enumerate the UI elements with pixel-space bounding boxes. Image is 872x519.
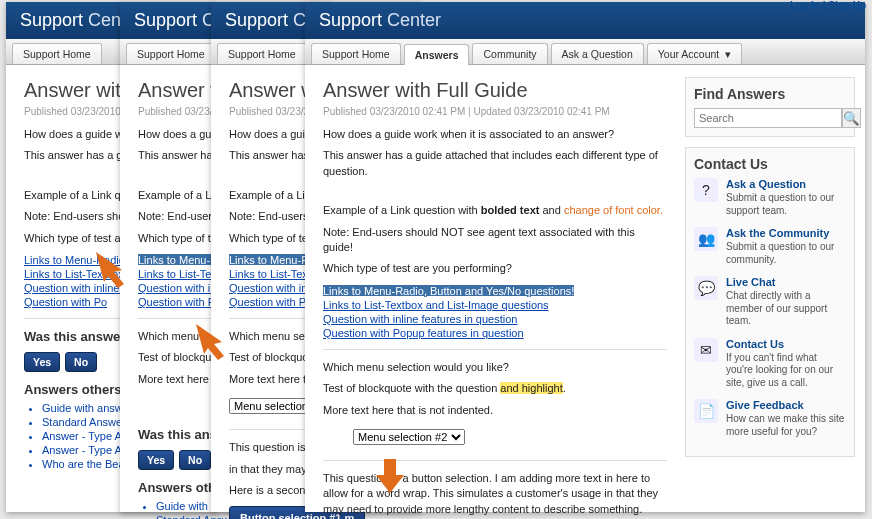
auth-links[interactable]: Log In | Sign Up	[790, 0, 866, 11]
contact-desc: If you can't find what you're looking fo…	[726, 352, 846, 390]
colored-text: change of font color.	[564, 204, 663, 216]
more-text: More text here that is not indented.	[323, 403, 667, 418]
note-line: Note: End-users should NOT see agent tex…	[323, 225, 667, 256]
no-button[interactable]: No	[179, 450, 211, 470]
page-title: Answer with Full Guide	[323, 79, 667, 102]
search-button[interactable]: 🔍	[842, 108, 861, 128]
blockquote-line: Test of blockquote with the question and…	[323, 381, 667, 396]
contact-title: Ask the Community	[726, 227, 846, 239]
tab-community[interactable]: Community	[472, 43, 547, 64]
link-list-textbox[interactable]: Links to List-Textbox and List-Image que…	[323, 299, 549, 311]
contact-icon: 💬	[694, 276, 718, 300]
contact-title: Give Feedback	[726, 399, 846, 411]
link-d[interactable]: Question with Po	[138, 296, 221, 308]
link-menu-radio[interactable]: Links to Menu-Radio, Button and Yes/No q…	[323, 285, 574, 297]
nav-tabs: Support Home Answers Community Ask a Que…	[305, 39, 865, 65]
brand-header: Support Center	[305, 2, 865, 39]
example-line: Example of a Link question with bolded t…	[323, 203, 667, 218]
link-popup[interactable]: Question with Popup features in question	[323, 327, 524, 339]
menu-select[interactable]: Menu selection #2	[353, 429, 465, 445]
contact-item[interactable]: 💬Live ChatChat directly with a member of…	[694, 276, 846, 328]
highlighted-text: and highlight	[500, 382, 562, 394]
search-input[interactable]	[694, 108, 842, 128]
link-inline[interactable]: Question with inline features in questio…	[323, 313, 517, 325]
contact-item[interactable]: ?Ask a QuestionSubmit a question to our …	[694, 178, 846, 217]
tab-support-home[interactable]: Support Home	[12, 43, 102, 64]
contact-icon: ?	[694, 178, 718, 202]
tab-answers[interactable]: Answers	[404, 44, 470, 65]
sidebar: Find Answers 🔍 Contact Us ?Ask a Questio…	[685, 65, 865, 519]
contact-title: Contact Us	[726, 338, 846, 350]
tab-support-home[interactable]: Support Home	[126, 43, 216, 64]
menu-question: Which menu selection would you like?	[323, 360, 667, 375]
yes-button[interactable]: Yes	[138, 450, 174, 470]
answer-main: Answer with Full Guide Published 03/23/2…	[305, 65, 685, 519]
guide-links: Links to Menu-Radio, Button and Yes/No q…	[323, 285, 667, 339]
tab-support-home[interactable]: Support Home	[217, 43, 307, 64]
contact-heading: Contact Us	[694, 156, 846, 172]
contact-desc: Submit a question to our community.	[726, 241, 846, 266]
contact-icon: 📄	[694, 399, 718, 423]
contact-desc: How can we make this site more useful fo…	[726, 413, 846, 438]
contact-title: Live Chat	[726, 276, 846, 288]
contact-icon: 👥	[694, 227, 718, 251]
contact-icon: ✉	[694, 338, 718, 362]
attach-line: This answer has a guide attached that in…	[323, 148, 667, 179]
link-d[interactable]: Question with Po	[24, 296, 107, 308]
find-answers-card: Find Answers 🔍	[685, 77, 855, 137]
tab-ask[interactable]: Ask a Question	[551, 43, 644, 64]
contact-card: Contact Us ?Ask a QuestionSubmit a quest…	[685, 147, 855, 457]
yes-button[interactable]: Yes	[24, 352, 60, 372]
contact-item[interactable]: ✉Contact UsIf you can't find what you're…	[694, 338, 846, 390]
contact-item[interactable]: 📄Give FeedbackHow can we make this site …	[694, 399, 846, 438]
contact-desc: Submit a question to our support team.	[726, 192, 846, 217]
find-heading: Find Answers	[694, 86, 846, 102]
tab-account[interactable]: Your Account ▾	[647, 43, 742, 64]
search-icon: 🔍	[843, 111, 860, 126]
contact-item[interactable]: 👥Ask the CommunitySubmit a question to o…	[694, 227, 846, 266]
published-meta: Published 03/23/2010 02:41 PM | Updated …	[323, 106, 667, 117]
contact-title: Ask a Question	[726, 178, 846, 190]
no-button[interactable]: No	[65, 352, 97, 372]
contact-desc: Chat directly with a member of our suppo…	[726, 290, 846, 328]
which-type: Which type of test are you performing?	[323, 261, 667, 276]
question-line: How does a guide work when it is associa…	[323, 127, 667, 142]
tab-support-home[interactable]: Support Home	[311, 43, 401, 64]
button-desc: This question is a button selection. I a…	[323, 471, 667, 517]
